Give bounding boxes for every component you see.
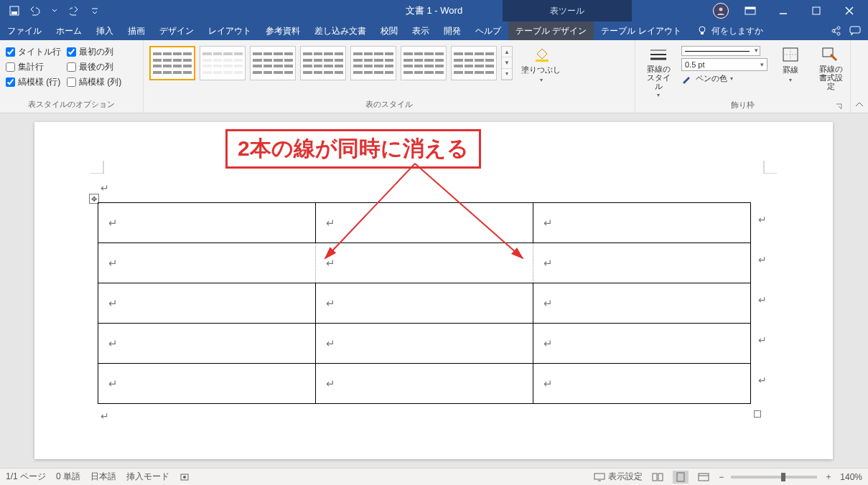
table-row[interactable]: ↵↵↵ bbox=[98, 364, 751, 404]
line-style-combo[interactable]: ▾ bbox=[681, 46, 760, 56]
svg-rect-28 bbox=[677, 473, 684, 481]
chk-banded-col-label: 縞模様 (列) bbox=[79, 76, 121, 88]
table-row[interactable]: ↵↵↵ bbox=[98, 203, 751, 243]
status-page[interactable]: 1/1 ページ bbox=[6, 471, 46, 483]
pen-icon bbox=[681, 74, 693, 84]
status-insert-mode[interactable]: 挿入モード bbox=[126, 471, 169, 483]
table-resize-handle[interactable] bbox=[754, 410, 761, 418]
share-button[interactable] bbox=[829, 26, 841, 36]
chk-banded-rows[interactable]: 縞模様 (行) bbox=[6, 76, 61, 88]
chk-total-row[interactable]: 集計行 bbox=[6, 61, 61, 73]
border-painter-icon bbox=[821, 46, 841, 63]
svg-rect-24 bbox=[594, 474, 605, 479]
print-layout-button[interactable] bbox=[673, 471, 689, 484]
svg-rect-11 bbox=[850, 27, 860, 33]
word-table[interactable]: ↵↵↵ ↵↵↵ ↵↵↵ ↵↵↵ ↵↵↵ bbox=[98, 202, 751, 404]
tab-developer[interactable]: 開発 bbox=[437, 22, 468, 40]
tab-view[interactable]: 表示 bbox=[405, 22, 437, 40]
table-style-thumb[interactable] bbox=[350, 46, 396, 80]
margin-corner-icon bbox=[762, 159, 777, 174]
tab-insert[interactable]: 挿入 bbox=[89, 22, 121, 40]
zoom-level[interactable]: 140% bbox=[840, 472, 862, 482]
paragraph-mark-icon: ↵ bbox=[101, 182, 109, 194]
gallery-scroll[interactable]: ▲▼▾ bbox=[501, 46, 513, 80]
table-style-thumb[interactable] bbox=[200, 46, 246, 80]
ribbon-display-options[interactable] bbox=[734, 0, 766, 22]
tab-layout[interactable]: レイアウト bbox=[201, 22, 258, 40]
ribbon-tabs: ファイル ホーム 挿入 描画 デザイン レイアウト 参考資料 差し込み文書 校閲… bbox=[0, 22, 868, 40]
pen-color-button[interactable]: ペンの色▾ bbox=[681, 73, 767, 84]
table-style-thumb[interactable] bbox=[250, 46, 296, 80]
status-bar: 1/1 ページ 0 単語 日本語 挿入モード 表示設定 − ＋ 140% bbox=[0, 468, 868, 485]
undo-button[interactable] bbox=[26, 2, 43, 19]
group-borders: 罫線の スタイル ▾ ▾ 0.5 pt▾ ペンの色▾ 罫線 ▾ 罫線の 書式設定 bbox=[635, 40, 851, 113]
collapse-ribbon-button[interactable] bbox=[851, 40, 868, 113]
shading-button[interactable]: 塗りつぶし ▾ bbox=[518, 43, 564, 83]
web-layout-button[interactable] bbox=[696, 471, 711, 484]
svg-rect-10 bbox=[701, 32, 704, 34]
border-styles-button[interactable]: 罫線の スタイル ▾ bbox=[641, 43, 676, 98]
chk-header-row-label: タイトル行 bbox=[18, 46, 61, 58]
zoom-slider[interactable] bbox=[731, 476, 817, 479]
table-style-thumb[interactable] bbox=[149, 46, 195, 80]
zoom-out-button[interactable]: − bbox=[719, 472, 724, 482]
pen-color-label: ペンの色 bbox=[696, 73, 727, 84]
zoom-in-button[interactable]: ＋ bbox=[824, 471, 833, 483]
svg-point-9 bbox=[699, 27, 705, 32]
group-table-styles: ▲▼▾ 塗りつぶし ▾ 表のスタイル bbox=[144, 40, 635, 113]
annotation-callout: 2本の線が同時に消える bbox=[225, 129, 481, 169]
macro-record-icon[interactable] bbox=[179, 472, 190, 482]
tab-file[interactable]: ファイル bbox=[0, 22, 49, 40]
chk-first-column[interactable]: 最初の列 bbox=[67, 46, 121, 58]
tell-me-search[interactable]: 何をしますか bbox=[689, 22, 763, 40]
group-label-styles: 表のスタイル bbox=[149, 98, 629, 113]
group-table-style-options: タイトル行 集計行 縞模様 (行) 最初の列 最後の列 縞模様 (列) 表スタイ… bbox=[0, 40, 144, 113]
chk-banded-rows-label: 縞模様 (行) bbox=[18, 76, 60, 88]
read-mode-button[interactable] bbox=[650, 471, 666, 484]
tab-design[interactable]: デザイン bbox=[152, 22, 201, 40]
undo-dropdown[interactable] bbox=[46, 2, 63, 19]
line-weight-combo[interactable]: 0.5 pt▾ bbox=[681, 58, 767, 71]
group-label-options: 表スタイルのオプション bbox=[6, 98, 137, 113]
svg-rect-12 bbox=[536, 60, 549, 62]
row-end-mark-icon: ↵ bbox=[758, 375, 767, 387]
margin-corner-icon bbox=[90, 159, 105, 174]
border-painter-button[interactable]: 罫線の 書式設定 bbox=[813, 43, 848, 90]
status-language[interactable]: 日本語 bbox=[90, 471, 116, 483]
redo-button[interactable] bbox=[66, 2, 83, 19]
save-button[interactable] bbox=[6, 2, 23, 19]
tab-review[interactable]: 校閲 bbox=[373, 22, 405, 40]
account-icon[interactable] bbox=[713, 3, 729, 19]
qat-customize[interactable] bbox=[86, 2, 103, 19]
tab-table-layout[interactable]: テーブル レイアウト bbox=[594, 22, 688, 40]
display-settings-button[interactable]: 表示設定 bbox=[594, 471, 643, 483]
comments-button[interactable] bbox=[849, 26, 861, 36]
group-launcher-icon[interactable] bbox=[836, 103, 844, 112]
status-words[interactable]: 0 単語 bbox=[56, 471, 80, 483]
table-row[interactable]: ↵↵↵ bbox=[98, 243, 751, 283]
document-area[interactable]: ↵ ✥ ↵↵↵ ↵↵↵ ↵↵↵ ↵↵↵ ↵↵↵ ↵ ↵ ↵ ↵ ↵ ↵ bbox=[0, 113, 868, 468]
table-style-thumb[interactable] bbox=[300, 46, 346, 80]
chk-last-column[interactable]: 最後の列 bbox=[67, 61, 121, 73]
close-button[interactable] bbox=[834, 0, 865, 22]
table-style-thumb[interactable] bbox=[401, 46, 447, 80]
line-weight-value: 0.5 pt bbox=[685, 60, 705, 69]
tab-draw[interactable]: 描画 bbox=[121, 22, 152, 40]
table-styles-gallery[interactable]: ▲▼▾ bbox=[149, 43, 513, 80]
row-end-mark-icon: ↵ bbox=[758, 214, 767, 226]
table-style-thumb[interactable] bbox=[451, 46, 497, 80]
maximize-button[interactable] bbox=[801, 0, 832, 22]
tab-table-design[interactable]: テーブル デザイン bbox=[508, 22, 594, 40]
table-row[interactable]: ↵↵↵ bbox=[98, 324, 751, 364]
tab-references[interactable]: 参考資料 bbox=[258, 22, 307, 40]
paragraph-mark-icon: ↵ bbox=[101, 410, 109, 423]
tab-home[interactable]: ホーム bbox=[49, 22, 89, 40]
ribbon: タイトル行 集計行 縞模様 (行) 最初の列 最後の列 縞模様 (列) 表スタイ… bbox=[0, 40, 868, 113]
tab-mailings[interactable]: 差し込み文書 bbox=[307, 22, 373, 40]
table-row[interactable]: ↵↵↵ bbox=[98, 283, 751, 324]
chk-banded-columns[interactable]: 縞模様 (列) bbox=[67, 76, 121, 88]
borders-button[interactable]: 罫線 ▾ bbox=[773, 43, 808, 83]
tab-help[interactable]: ヘルプ bbox=[468, 22, 508, 40]
chk-header-row[interactable]: タイトル行 bbox=[6, 46, 61, 58]
minimize-button[interactable] bbox=[767, 0, 799, 22]
